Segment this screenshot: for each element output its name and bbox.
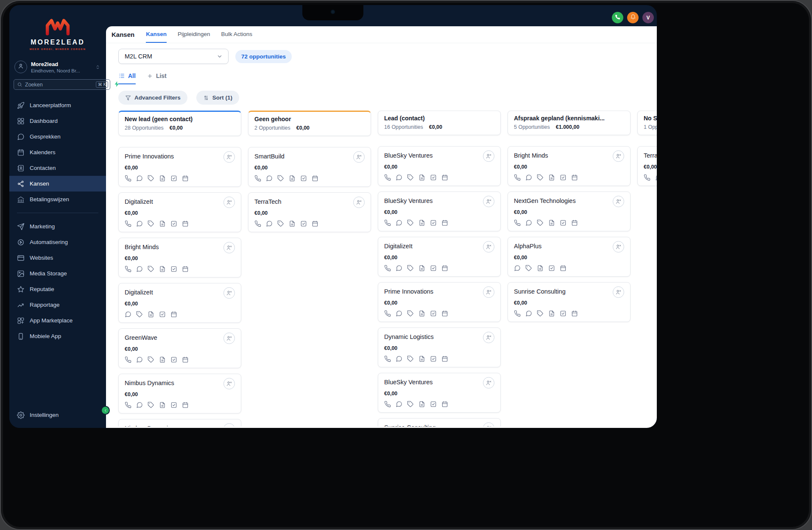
- task-icon[interactable]: [159, 311, 166, 318]
- sidebar-item-instellingen[interactable]: Instellingen: [9, 407, 106, 423]
- tag-icon[interactable]: [136, 311, 143, 318]
- chat-icon[interactable]: [525, 219, 532, 226]
- assign-user-button[interactable]: [483, 286, 494, 298]
- sidebar-item-media-storage[interactable]: Media Storage: [9, 266, 106, 281]
- sidebar-item-lanceerplatform[interactable]: Lanceerplatform: [9, 97, 106, 113]
- tag-icon[interactable]: [407, 401, 414, 408]
- document-icon[interactable]: [419, 355, 425, 362]
- tag-icon[interactable]: [277, 220, 284, 227]
- sidebar-item-marketing[interactable]: Marketing: [9, 219, 106, 234]
- assign-user-button[interactable]: [353, 151, 365, 163]
- document-icon[interactable]: [419, 401, 425, 408]
- document-icon[interactable]: [548, 310, 555, 317]
- sidebar-item-reputatie[interactable]: Reputatie: [9, 281, 106, 297]
- search-input[interactable]: [25, 82, 93, 88]
- task-icon[interactable]: [560, 310, 566, 317]
- document-icon[interactable]: [159, 220, 166, 227]
- assign-user-button[interactable]: [483, 377, 494, 388]
- chat-icon[interactable]: [136, 402, 143, 408]
- chat-icon[interactable]: [136, 266, 143, 272]
- opportunity-card[interactable]: Prime Innovations€0,00: [118, 147, 241, 187]
- chat-icon[interactable]: [396, 310, 402, 317]
- chat-icon[interactable]: [396, 355, 402, 362]
- opportunity-card[interactable]: BlueSky Ventures€0,00: [378, 191, 501, 231]
- opportunity-card[interactable]: Sunrise Consulting€0,00: [378, 418, 501, 427]
- task-icon[interactable]: [170, 175, 177, 182]
- tab-bulk-actions[interactable]: Bulk Actions: [221, 26, 253, 43]
- calendar-icon[interactable]: [441, 401, 448, 408]
- assign-user-button[interactable]: [483, 332, 494, 343]
- document-icon[interactable]: [159, 402, 166, 408]
- task-icon[interactable]: [560, 219, 566, 226]
- phone-icon[interactable]: [514, 174, 521, 181]
- tag-icon[interactable]: [277, 175, 284, 182]
- calendar-icon[interactable]: [441, 355, 448, 362]
- document-icon[interactable]: [537, 265, 544, 272]
- calendar-icon[interactable]: [441, 219, 448, 226]
- calendar-icon[interactable]: [560, 265, 566, 272]
- user-avatar[interactable]: V: [642, 12, 654, 23]
- chat-icon[interactable]: [136, 356, 143, 363]
- task-icon[interactable]: [430, 310, 437, 317]
- chat-icon[interactable]: [266, 175, 273, 182]
- chat-icon[interactable]: [136, 220, 143, 227]
- phone-icon[interactable]: [384, 219, 391, 226]
- task-icon[interactable]: [430, 401, 437, 408]
- assign-user-button[interactable]: [613, 286, 624, 298]
- view-tab-add-list[interactable]: List: [147, 72, 167, 84]
- calendar-icon[interactable]: [182, 175, 189, 182]
- opportunity-card[interactable]: TerraT€0,00: [637, 146, 657, 186]
- tab-kansen[interactable]: Kansen: [146, 26, 167, 43]
- assign-user-button[interactable]: [223, 151, 235, 163]
- tag-icon[interactable]: [407, 355, 414, 362]
- phone-icon[interactable]: [125, 266, 131, 272]
- assign-user-button[interactable]: [483, 422, 494, 427]
- opportunity-card[interactable]: Nimbus Dynamics€0,00: [118, 419, 241, 427]
- sidebar-item-websites[interactable]: Websites: [9, 250, 106, 266]
- task-icon[interactable]: [560, 174, 566, 181]
- assign-user-button[interactable]: [483, 196, 494, 207]
- tag-icon[interactable]: [407, 174, 414, 181]
- tag-icon[interactable]: [537, 219, 544, 226]
- assign-user-button[interactable]: [613, 241, 624, 253]
- tab-pijpleidingen[interactable]: Pijpleidingen: [178, 26, 210, 43]
- calendar-icon[interactable]: [182, 220, 189, 227]
- tag-icon[interactable]: [407, 310, 414, 317]
- calendar-icon[interactable]: [182, 402, 189, 408]
- tag-icon[interactable]: [537, 174, 544, 181]
- phone-icon[interactable]: [125, 402, 131, 408]
- phone-icon[interactable]: [254, 175, 261, 182]
- opportunity-card[interactable]: GreenWave€0,00: [118, 328, 241, 368]
- opportunity-card[interactable]: DigitalizeIt€0,00: [118, 283, 241, 323]
- phone-icon[interactable]: [384, 174, 391, 181]
- document-icon[interactable]: [148, 311, 154, 318]
- quick-actions-button[interactable]: [113, 80, 120, 89]
- task-icon[interactable]: [430, 174, 437, 181]
- advanced-filters-button[interactable]: Advanced Filters: [118, 91, 187, 105]
- tag-icon[interactable]: [525, 265, 532, 272]
- opportunity-card[interactable]: SmartBuild€0,00: [248, 147, 371, 187]
- opportunity-card[interactable]: Sunrise Consulting€0,00: [508, 282, 631, 322]
- sidebar-item-app-marketplace[interactable]: App Marketplace: [9, 313, 106, 328]
- chat-icon[interactable]: [525, 174, 532, 181]
- chat-icon[interactable]: [266, 220, 273, 227]
- pipeline-select[interactable]: M2L CRM: [118, 49, 229, 64]
- document-icon[interactable]: [159, 266, 166, 272]
- sidebar-item-kansen[interactable]: Kansen: [9, 176, 106, 191]
- opportunity-card[interactable]: BlueSky Ventures€0,00: [378, 146, 501, 186]
- tag-icon[interactable]: [148, 356, 154, 363]
- chat-icon[interactable]: [525, 310, 532, 317]
- chat-icon[interactable]: [125, 311, 131, 318]
- document-icon[interactable]: [548, 174, 555, 181]
- calendar-icon[interactable]: [312, 175, 318, 182]
- phone-icon[interactable]: [514, 310, 521, 317]
- task-icon[interactable]: [300, 220, 307, 227]
- calendar-icon[interactable]: [441, 310, 448, 317]
- sidebar-item-dashboard[interactable]: Dashboard: [9, 113, 106, 129]
- calendar-icon[interactable]: [441, 174, 448, 181]
- phone-icon[interactable]: [514, 219, 521, 226]
- opportunity-card[interactable]: AlphaPlus€0,00: [508, 237, 631, 277]
- opportunity-card[interactable]: BlueSky Ventures€0,00: [378, 373, 501, 413]
- chat-icon[interactable]: [136, 175, 143, 182]
- view-tab-all[interactable]: All: [118, 72, 136, 84]
